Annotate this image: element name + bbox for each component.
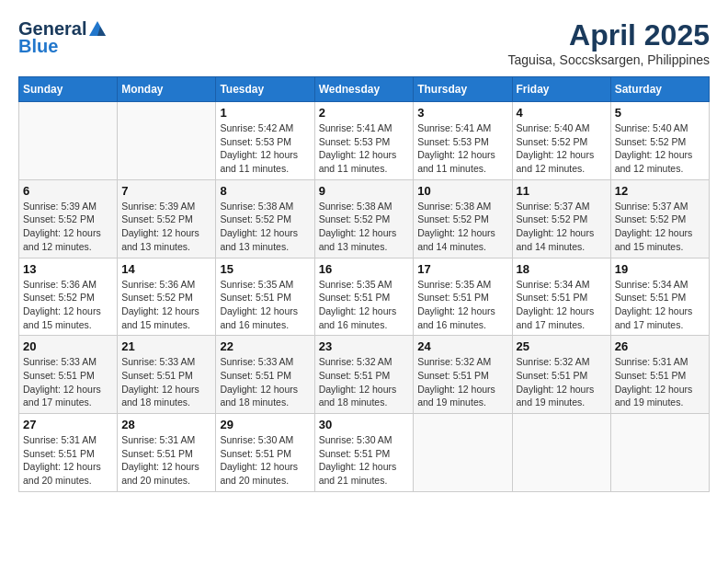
calendar-cell: 29Sunrise: 5:30 AMSunset: 5:51 PMDayligh… xyxy=(216,414,314,492)
day-detail: Sunrise: 5:38 AMSunset: 5:52 PMDaylight:… xyxy=(319,200,410,254)
calendar-cell xyxy=(414,414,512,492)
day-detail: Sunrise: 5:31 AMSunset: 5:51 PMDaylight:… xyxy=(121,433,211,488)
calendar-cell: 9Sunrise: 5:38 AMSunset: 5:52 PMDaylight… xyxy=(314,179,414,258)
day-detail: Sunrise: 5:39 AMSunset: 5:52 PMDaylight:… xyxy=(121,200,211,254)
day-number: 10 xyxy=(417,184,507,198)
day-detail: Sunrise: 5:37 AMSunset: 5:52 PMDaylight:… xyxy=(517,200,607,254)
day-number: 30 xyxy=(319,418,410,431)
day-number: 14 xyxy=(121,262,211,276)
calendar-week-row: 1Sunrise: 5:42 AMSunset: 5:53 PMDaylight… xyxy=(19,102,710,180)
day-number: 16 xyxy=(319,262,410,276)
column-header-monday: Monday xyxy=(118,77,216,102)
day-number: 9 xyxy=(319,184,410,198)
day-detail: Sunrise: 5:35 AMSunset: 5:51 PMDaylight:… xyxy=(220,278,310,332)
calendar-cell: 21Sunrise: 5:33 AMSunset: 5:51 PMDayligh… xyxy=(118,336,216,414)
day-number: 22 xyxy=(220,339,310,353)
calendar-cell: 26Sunrise: 5:31 AMSunset: 5:51 PMDayligh… xyxy=(610,336,709,414)
calendar-cell: 5Sunrise: 5:40 AMSunset: 5:52 PMDaylight… xyxy=(610,102,709,180)
calendar-cell: 1Sunrise: 5:42 AMSunset: 5:53 PMDaylight… xyxy=(216,102,314,180)
calendar-cell: 4Sunrise: 5:40 AMSunset: 5:52 PMDaylight… xyxy=(512,102,610,180)
day-number: 3 xyxy=(417,106,507,120)
day-number: 7 xyxy=(121,184,211,198)
calendar-cell: 6Sunrise: 5:39 AMSunset: 5:52 PMDaylight… xyxy=(19,179,118,258)
logo-icon xyxy=(87,19,108,40)
day-detail: Sunrise: 5:32 AMSunset: 5:51 PMDaylight:… xyxy=(319,355,410,409)
calendar-cell: 13Sunrise: 5:36 AMSunset: 5:52 PMDayligh… xyxy=(19,258,118,336)
day-number: 28 xyxy=(121,418,211,431)
day-detail: Sunrise: 5:38 AMSunset: 5:52 PMDaylight:… xyxy=(417,200,507,254)
day-detail: Sunrise: 5:37 AMSunset: 5:52 PMDaylight:… xyxy=(615,200,705,254)
day-detail: Sunrise: 5:33 AMSunset: 5:51 PMDaylight:… xyxy=(121,355,211,409)
day-number: 24 xyxy=(417,339,507,353)
day-detail: Sunrise: 5:36 AMSunset: 5:52 PMDaylight:… xyxy=(23,278,113,332)
calendar-cell: 22Sunrise: 5:33 AMSunset: 5:51 PMDayligh… xyxy=(216,336,314,414)
day-detail: Sunrise: 5:41 AMSunset: 5:53 PMDaylight:… xyxy=(417,121,507,176)
day-number: 19 xyxy=(615,262,705,276)
calendar-cell: 17Sunrise: 5:35 AMSunset: 5:51 PMDayligh… xyxy=(414,258,512,336)
column-header-tuesday: Tuesday xyxy=(216,77,314,102)
day-detail: Sunrise: 5:36 AMSunset: 5:52 PMDaylight:… xyxy=(121,278,211,332)
day-number: 11 xyxy=(517,184,607,198)
calendar-week-row: 27Sunrise: 5:31 AMSunset: 5:51 PMDayligh… xyxy=(19,414,710,492)
page-header: General Blue April 2025 Taguisa, Soccsks… xyxy=(18,18,710,67)
day-number: 20 xyxy=(23,339,113,353)
logo-blue: Blue xyxy=(18,36,58,57)
calendar-cell: 3Sunrise: 5:41 AMSunset: 5:53 PMDaylight… xyxy=(414,102,512,180)
day-number: 13 xyxy=(23,262,113,276)
column-header-friday: Friday xyxy=(512,77,610,102)
calendar-cell: 23Sunrise: 5:32 AMSunset: 5:51 PMDayligh… xyxy=(314,336,414,414)
calendar-cell xyxy=(19,102,118,180)
day-number: 15 xyxy=(220,262,310,276)
day-number: 27 xyxy=(23,418,113,431)
day-number: 25 xyxy=(517,339,607,353)
day-detail: Sunrise: 5:42 AMSunset: 5:53 PMDaylight:… xyxy=(220,121,310,176)
calendar-cell: 12Sunrise: 5:37 AMSunset: 5:52 PMDayligh… xyxy=(610,179,709,258)
column-header-wednesday: Wednesday xyxy=(314,77,414,102)
day-number: 8 xyxy=(220,184,310,198)
day-number: 12 xyxy=(615,184,705,198)
day-detail: Sunrise: 5:33 AMSunset: 5:51 PMDaylight:… xyxy=(220,355,310,409)
calendar-cell xyxy=(512,414,610,492)
calendar-week-row: 6Sunrise: 5:39 AMSunset: 5:52 PMDaylight… xyxy=(19,179,710,258)
day-number: 6 xyxy=(23,184,113,198)
column-header-thursday: Thursday xyxy=(414,77,512,102)
column-header-sunday: Sunday xyxy=(19,77,118,102)
day-number: 29 xyxy=(220,418,310,431)
calendar-cell: 10Sunrise: 5:38 AMSunset: 5:52 PMDayligh… xyxy=(414,179,512,258)
location-subtitle: Taguisa, Soccsksargen, Philippines xyxy=(508,52,710,67)
day-number: 4 xyxy=(517,106,607,120)
calendar-week-row: 13Sunrise: 5:36 AMSunset: 5:52 PMDayligh… xyxy=(19,258,710,336)
day-number: 26 xyxy=(615,339,705,353)
day-detail: Sunrise: 5:38 AMSunset: 5:52 PMDaylight:… xyxy=(220,200,310,254)
calendar-cell: 2Sunrise: 5:41 AMSunset: 5:53 PMDaylight… xyxy=(314,102,414,180)
day-number: 23 xyxy=(319,339,410,353)
day-detail: Sunrise: 5:40 AMSunset: 5:52 PMDaylight:… xyxy=(615,121,705,176)
calendar-cell: 30Sunrise: 5:30 AMSunset: 5:51 PMDayligh… xyxy=(314,414,414,492)
calendar-cell xyxy=(118,102,216,180)
day-detail: Sunrise: 5:34 AMSunset: 5:51 PMDaylight:… xyxy=(517,278,607,332)
day-detail: Sunrise: 5:33 AMSunset: 5:51 PMDaylight:… xyxy=(23,355,113,409)
calendar-cell: 18Sunrise: 5:34 AMSunset: 5:51 PMDayligh… xyxy=(512,258,610,336)
day-detail: Sunrise: 5:31 AMSunset: 5:51 PMDaylight:… xyxy=(23,433,113,488)
day-detail: Sunrise: 5:32 AMSunset: 5:51 PMDaylight:… xyxy=(417,355,507,409)
calendar-cell: 20Sunrise: 5:33 AMSunset: 5:51 PMDayligh… xyxy=(19,336,118,414)
day-number: 21 xyxy=(121,339,211,353)
calendar-cell: 16Sunrise: 5:35 AMSunset: 5:51 PMDayligh… xyxy=(314,258,414,336)
day-number: 18 xyxy=(517,262,607,276)
day-number: 17 xyxy=(417,262,507,276)
calendar-cell: 11Sunrise: 5:37 AMSunset: 5:52 PMDayligh… xyxy=(512,179,610,258)
day-detail: Sunrise: 5:41 AMSunset: 5:53 PMDaylight:… xyxy=(319,121,410,176)
day-detail: Sunrise: 5:30 AMSunset: 5:51 PMDaylight:… xyxy=(319,433,410,488)
day-detail: Sunrise: 5:30 AMSunset: 5:51 PMDaylight:… xyxy=(220,433,310,488)
month-year-title: April 2025 xyxy=(508,18,710,52)
calendar-cell: 15Sunrise: 5:35 AMSunset: 5:51 PMDayligh… xyxy=(216,258,314,336)
calendar-cell: 24Sunrise: 5:32 AMSunset: 5:51 PMDayligh… xyxy=(414,336,512,414)
day-detail: Sunrise: 5:32 AMSunset: 5:51 PMDaylight:… xyxy=(517,355,607,409)
title-area: April 2025 Taguisa, Soccsksargen, Philip… xyxy=(508,18,710,67)
calendar-cell: 8Sunrise: 5:38 AMSunset: 5:52 PMDaylight… xyxy=(216,179,314,258)
day-detail: Sunrise: 5:31 AMSunset: 5:51 PMDaylight:… xyxy=(615,355,705,409)
calendar-cell xyxy=(610,414,709,492)
day-detail: Sunrise: 5:40 AMSunset: 5:52 PMDaylight:… xyxy=(517,121,607,176)
column-header-saturday: Saturday xyxy=(610,77,709,102)
day-detail: Sunrise: 5:35 AMSunset: 5:51 PMDaylight:… xyxy=(319,278,410,332)
